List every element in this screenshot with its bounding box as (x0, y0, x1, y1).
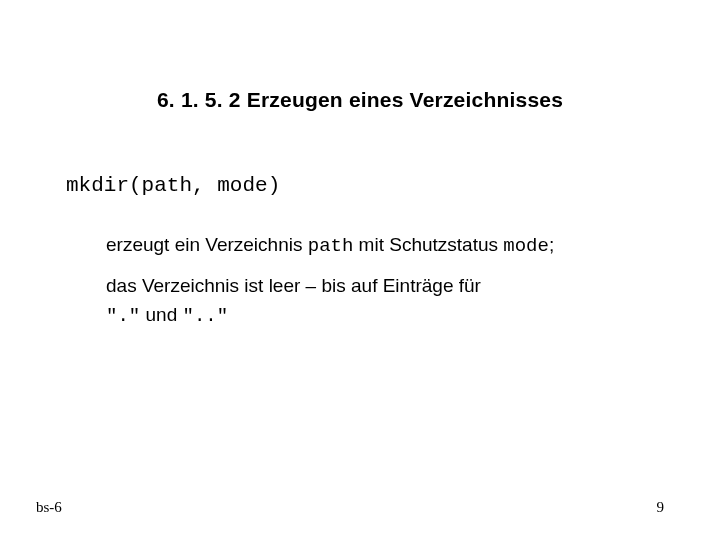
text-fragment: ; (549, 234, 554, 255)
text-fragment: und (140, 304, 182, 325)
code-mode: mode (503, 235, 549, 257)
text-fragment: mit Schutzstatus (353, 234, 503, 255)
slide-title: 6. 1. 5. 2 Erzeugen eines Verzeichnisses (0, 88, 720, 112)
code-dotdot: ".." (182, 305, 228, 327)
footer-page-number: 9 (657, 499, 665, 516)
slide: 6. 1. 5. 2 Erzeugen eines Verzeichnisses… (0, 0, 720, 540)
code-path: path (308, 235, 354, 257)
code-mkdir: mkdir(path, mode) (66, 174, 280, 197)
code-dot: "." (106, 305, 140, 327)
body-paragraph-1: erzeugt ein Verzeichnis path mit Schutzs… (106, 232, 554, 260)
body-paragraph-2: das Verzeichnis ist leer – bis auf Eintr… (106, 272, 666, 330)
text-fragment: das Verzeichnis ist leer – bis auf Eintr… (106, 275, 481, 296)
footer-left: bs-6 (36, 499, 62, 516)
text-fragment: erzeugt ein Verzeichnis (106, 234, 308, 255)
